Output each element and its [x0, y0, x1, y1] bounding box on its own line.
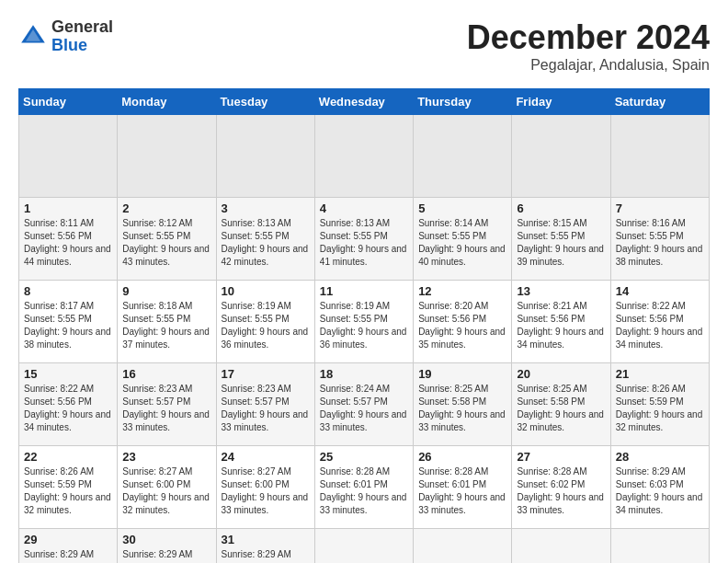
- day-number: 27: [517, 450, 605, 464]
- calendar-week-2: 8 Sunrise: 8:17 AMSunset: 5:55 PMDayligh…: [19, 281, 710, 363]
- day-info: Sunrise: 8:29 AMSunset: 6:05 PMDaylight:…: [222, 549, 309, 563]
- day-number: 5: [418, 201, 506, 215]
- day-info: Sunrise: 8:13 AMSunset: 5:55 PMDaylight:…: [222, 218, 309, 267]
- day-info: Sunrise: 8:29 AMSunset: 6:03 PMDaylight:…: [616, 466, 703, 515]
- day-number: 15: [24, 367, 112, 381]
- page-header: General Blue December 2024 Pegalajar, An…: [18, 18, 710, 74]
- calendar: SundayMondayTuesdayWednesdayThursdayFrid…: [18, 88, 710, 563]
- day-number: 18: [320, 367, 408, 381]
- calendar-cell: 3 Sunrise: 8:13 AMSunset: 5:55 PMDayligh…: [216, 198, 314, 281]
- day-info: Sunrise: 8:13 AMSunset: 5:55 PMDaylight:…: [320, 218, 407, 267]
- calendar-cell: 17 Sunrise: 8:23 AMSunset: 5:57 PMDaylig…: [216, 363, 314, 446]
- calendar-cell: 16 Sunrise: 8:23 AMSunset: 5:57 PMDaylig…: [118, 363, 216, 446]
- day-number: 19: [418, 367, 506, 381]
- days-row: SundayMondayTuesdayWednesdayThursdayFrid…: [19, 89, 710, 115]
- day-info: Sunrise: 8:27 AMSunset: 6:00 PMDaylight:…: [122, 466, 210, 515]
- day-info: Sunrise: 8:25 AMSunset: 5:58 PMDaylight:…: [418, 384, 506, 432]
- calendar-body: 1 Sunrise: 8:11 AMSunset: 5:56 PMDayligh…: [19, 115, 710, 564]
- day-number: 12: [418, 284, 506, 298]
- day-info: Sunrise: 8:15 AMSunset: 5:55 PMDaylight:…: [517, 218, 604, 267]
- day-number: 1: [24, 201, 112, 215]
- calendar-week-5: 29 Sunrise: 8:29 AMSunset: 6:03 PMDaylig…: [19, 529, 710, 564]
- calendar-week-4: 22 Sunrise: 8:26 AMSunset: 5:59 PMDaylig…: [19, 446, 710, 529]
- day-info: Sunrise: 8:22 AMSunset: 5:56 PMDaylight:…: [616, 301, 703, 350]
- calendar-cell: 7 Sunrise: 8:16 AMSunset: 5:55 PMDayligh…: [610, 198, 709, 281]
- calendar-cell: 23 Sunrise: 8:27 AMSunset: 6:00 PMDaylig…: [118, 446, 216, 529]
- day-info: Sunrise: 8:29 AMSunset: 6:04 PMDaylight:…: [122, 549, 210, 563]
- month-title: December 2024: [467, 18, 710, 57]
- logo-icon: [18, 22, 48, 52]
- day-number: 29: [24, 533, 112, 546]
- day-number: 7: [616, 201, 704, 215]
- day-number: 26: [418, 450, 506, 464]
- calendar-cell: 24 Sunrise: 8:27 AMSunset: 6:00 PMDaylig…: [216, 446, 314, 529]
- calendar-cell: 28 Sunrise: 8:29 AMSunset: 6:03 PMDaylig…: [610, 446, 709, 529]
- day-header-friday: Friday: [512, 89, 610, 115]
- day-info: Sunrise: 8:20 AMSunset: 5:56 PMDaylight:…: [418, 301, 506, 350]
- day-info: Sunrise: 8:23 AMSunset: 5:57 PMDaylight:…: [122, 384, 210, 432]
- calendar-cell: 30 Sunrise: 8:29 AMSunset: 6:04 PMDaylig…: [118, 529, 216, 564]
- day-number: 20: [517, 367, 605, 381]
- day-number: 2: [122, 201, 210, 215]
- calendar-cell: 14 Sunrise: 8:22 AMSunset: 5:56 PMDaylig…: [610, 281, 709, 363]
- day-info: Sunrise: 8:27 AMSunset: 6:00 PMDaylight:…: [222, 466, 309, 515]
- day-number: 3: [222, 201, 310, 215]
- location: Pegalajar, Andalusia, Spain: [467, 57, 710, 74]
- calendar-cell: [512, 529, 610, 564]
- calendar-cell: 1 Sunrise: 8:11 AMSunset: 5:56 PMDayligh…: [19, 198, 118, 281]
- day-info: Sunrise: 8:11 AMSunset: 5:56 PMDaylight:…: [24, 218, 111, 267]
- calendar-cell: 20 Sunrise: 8:25 AMSunset: 5:58 PMDaylig…: [512, 363, 610, 446]
- day-number: 25: [320, 450, 408, 464]
- calendar-cell: 25 Sunrise: 8:28 AMSunset: 6:01 PMDaylig…: [314, 446, 413, 529]
- calendar-cell: 8 Sunrise: 8:17 AMSunset: 5:55 PMDayligh…: [19, 281, 118, 363]
- calendar-cell: 26 Sunrise: 8:28 AMSunset: 6:01 PMDaylig…: [414, 446, 512, 529]
- day-number: 8: [24, 284, 112, 298]
- day-info: Sunrise: 8:19 AMSunset: 5:55 PMDaylight:…: [222, 301, 309, 350]
- calendar-cell: [414, 529, 512, 564]
- calendar-cell: 18 Sunrise: 8:24 AMSunset: 5:57 PMDaylig…: [314, 363, 413, 446]
- day-number: 28: [616, 450, 704, 464]
- logo: General Blue: [18, 18, 113, 55]
- calendar-cell: 5 Sunrise: 8:14 AMSunset: 5:55 PMDayligh…: [414, 198, 512, 281]
- day-info: Sunrise: 8:22 AMSunset: 5:56 PMDaylight:…: [24, 384, 111, 432]
- day-header-sunday: Sunday: [19, 89, 118, 115]
- calendar-cell: 21 Sunrise: 8:26 AMSunset: 5:59 PMDaylig…: [610, 363, 709, 446]
- calendar-cell: [414, 115, 512, 198]
- day-number: 16: [122, 367, 210, 381]
- logo-blue: Blue: [51, 36, 87, 54]
- logo-text: General Blue: [51, 18, 113, 55]
- calendar-cell: 22 Sunrise: 8:26 AMSunset: 5:59 PMDaylig…: [19, 446, 118, 529]
- title-block: December 2024 Pegalajar, Andalusia, Spai…: [467, 18, 710, 74]
- day-header-monday: Monday: [118, 89, 216, 115]
- day-header-saturday: Saturday: [610, 89, 709, 115]
- day-info: Sunrise: 8:21 AMSunset: 5:56 PMDaylight:…: [517, 301, 604, 350]
- calendar-cell: 29 Sunrise: 8:29 AMSunset: 6:03 PMDaylig…: [19, 529, 118, 564]
- calendar-cell: 4 Sunrise: 8:13 AMSunset: 5:55 PMDayligh…: [314, 198, 413, 281]
- day-number: 14: [616, 284, 704, 298]
- day-info: Sunrise: 8:29 AMSunset: 6:03 PMDaylight:…: [24, 549, 111, 563]
- day-info: Sunrise: 8:23 AMSunset: 5:57 PMDaylight:…: [222, 384, 309, 432]
- calendar-cell: 13 Sunrise: 8:21 AMSunset: 5:56 PMDaylig…: [512, 281, 610, 363]
- calendar-cell: 11 Sunrise: 8:19 AMSunset: 5:55 PMDaylig…: [314, 281, 413, 363]
- calendar-cell: 6 Sunrise: 8:15 AMSunset: 5:55 PMDayligh…: [512, 198, 610, 281]
- day-number: 22: [24, 450, 112, 464]
- calendar-cell: [19, 115, 118, 198]
- calendar-week-1: 1 Sunrise: 8:11 AMSunset: 5:56 PMDayligh…: [19, 198, 710, 281]
- day-info: Sunrise: 8:24 AMSunset: 5:57 PMDaylight:…: [320, 384, 407, 432]
- day-number: 11: [320, 284, 408, 298]
- day-number: 23: [122, 450, 210, 464]
- calendar-cell: [118, 115, 216, 198]
- calendar-cell: 19 Sunrise: 8:25 AMSunset: 5:58 PMDaylig…: [414, 363, 512, 446]
- day-number: 17: [222, 367, 310, 381]
- calendar-cell: [512, 115, 610, 198]
- calendar-week-0: [19, 115, 710, 198]
- calendar-cell: 31 Sunrise: 8:29 AMSunset: 6:05 PMDaylig…: [216, 529, 314, 564]
- calendar-cell: [216, 115, 314, 198]
- calendar-cell: [610, 529, 709, 564]
- day-info: Sunrise: 8:16 AMSunset: 5:55 PMDaylight:…: [616, 218, 703, 267]
- day-info: Sunrise: 8:28 AMSunset: 6:01 PMDaylight:…: [320, 466, 407, 515]
- day-header-tuesday: Tuesday: [216, 89, 314, 115]
- day-info: Sunrise: 8:19 AMSunset: 5:55 PMDaylight:…: [320, 301, 407, 350]
- day-info: Sunrise: 8:18 AMSunset: 5:55 PMDaylight:…: [122, 301, 210, 350]
- day-info: Sunrise: 8:26 AMSunset: 5:59 PMDaylight:…: [24, 466, 111, 515]
